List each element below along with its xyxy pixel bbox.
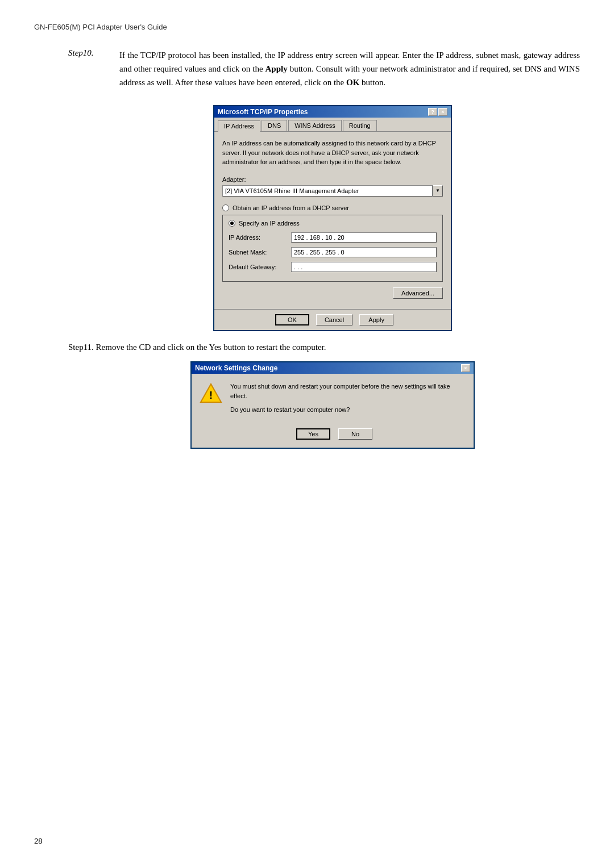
adapter-select-box[interactable]: [2] VIA VT6105M Rhine III Management Ada…: [222, 185, 433, 197]
warning-icon: !: [200, 382, 222, 404]
ip-address-label: IP Address:: [229, 234, 291, 241]
gateway-row: Default Gateway: . . .: [229, 262, 437, 272]
network-dialog-text: You must shut down and restart your comp…: [230, 382, 466, 415]
network-dialog-wrapper: Network Settings Change × ! You must shu…: [85, 361, 580, 449]
close-button[interactable]: ×: [438, 108, 447, 116]
advanced-button[interactable]: Advanced...: [393, 287, 443, 299]
radio-dhcp-circle[interactable]: [222, 205, 229, 211]
tcp-dialog: Microsoft TCP/IP Properties ? × IP Addre…: [213, 105, 452, 331]
tcp-dialog-titlebar: Microsoft TCP/IP Properties ? ×: [214, 106, 451, 118]
gateway-input[interactable]: . . .: [291, 262, 437, 272]
gateway-label: Default Gateway:: [229, 264, 291, 270]
tab-dns[interactable]: DNS: [262, 120, 287, 131]
ip-address-row: IP Address: 192 . 168 . 10 . 20: [229, 232, 437, 243]
radio-specify-label: Specify an IP address: [239, 220, 300, 227]
ip-address-input[interactable]: 192 . 168 . 10 . 20: [291, 232, 437, 243]
specify-title: Specify an IP address: [229, 220, 437, 227]
network-dialog-body: ! You must shut down and restart your co…: [192, 374, 474, 423]
step11-text: Step11. Remove the CD and click on the Y…: [68, 343, 580, 352]
tcp-dialog-title: Microsoft TCP/IP Properties: [218, 108, 308, 116]
radio-specify-circle[interactable]: [229, 220, 235, 227]
adapter-select-row: [2] VIA VT6105M Rhine III Management Ada…: [222, 185, 443, 197]
step10-content: If the TCP/IP protocol has been installe…: [119, 48, 580, 89]
step10-block: Step10. If the TCP/IP protocol has been …: [34, 48, 580, 89]
dialog-body: An IP address can be automatically assig…: [214, 132, 451, 309]
help-button[interactable]: ?: [428, 108, 437, 116]
tab-wins-address[interactable]: WINS Address: [288, 120, 342, 131]
network-dialog: Network Settings Change × ! You must shu…: [190, 361, 475, 449]
network-dialog-footer: Yes No: [192, 423, 474, 448]
radio-dhcp[interactable]: Obtain an IP address from a DHCP server: [222, 205, 443, 211]
network-close-button[interactable]: ×: [461, 364, 470, 372]
no-button[interactable]: No: [338, 428, 372, 440]
page-number: 28: [34, 837, 42, 845]
dialog-description: An IP address can be automatically assig…: [222, 139, 443, 167]
step11-block: Step11. Remove the CD and click on the Y…: [34, 343, 580, 449]
tab-ip-address[interactable]: IP Address: [218, 120, 260, 132]
network-message-line2: Do you want to restart your computer now…: [230, 405, 466, 415]
titlebar-buttons: ? ×: [428, 108, 447, 116]
tab-routing[interactable]: Routing: [343, 120, 377, 131]
network-dialog-titlebar: Network Settings Change ×: [192, 362, 474, 374]
subnet-mask-label: Subnet Mask:: [229, 249, 291, 256]
specify-group: Specify an IP address IP Address: 192 . …: [222, 215, 443, 282]
step10-label: Step10.: [68, 48, 119, 89]
advanced-row: Advanced...: [222, 287, 443, 299]
page-header: GN-FE605(M) PCI Adapter User's Guide: [34, 23, 580, 31]
dialog-footer: OK Cancel Apply: [214, 309, 451, 330]
radio-group: Obtain an IP address from a DHCP server …: [222, 205, 443, 282]
subnet-mask-row: Subnet Mask: 255 . 255 . 255 . 0: [229, 247, 437, 257]
adapter-label: Adapter:: [222, 176, 443, 183]
svg-text:!: !: [209, 390, 213, 401]
tcp-dialog-wrapper: Microsoft TCP/IP Properties ? × IP Addre…: [85, 105, 580, 331]
apply-button[interactable]: Apply: [359, 314, 393, 326]
network-message-line1: You must shut down and restart your comp…: [230, 382, 466, 402]
subnet-mask-input[interactable]: 255 . 255 . 255 . 0: [291, 247, 437, 257]
adapter-dropdown-arrow[interactable]: ▼: [433, 185, 443, 197]
network-dialog-title: Network Settings Change: [195, 364, 277, 372]
dialog-tabs: IP Address DNS WINS Address Routing: [214, 118, 451, 132]
radio-dhcp-label: Obtain an IP address from a DHCP server: [233, 205, 349, 211]
ok-button[interactable]: OK: [275, 314, 309, 326]
yes-button[interactable]: Yes: [296, 428, 330, 440]
cancel-button[interactable]: Cancel: [316, 314, 352, 326]
